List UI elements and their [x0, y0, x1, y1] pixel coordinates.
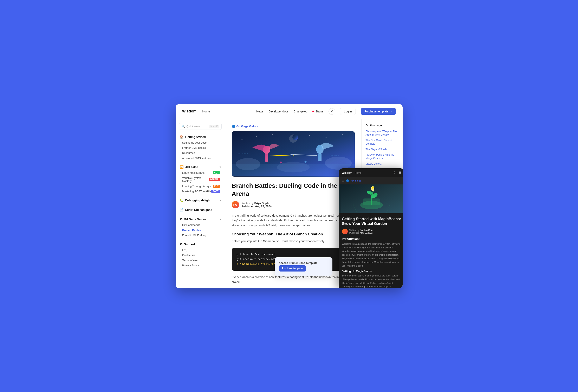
getting-started-items: Setting up your docs Framer CMS basics R…: [179, 140, 222, 161]
sidebar-section-getting-started: 🏠Getting started Setting up your docs Fr…: [179, 134, 222, 161]
chevron-down-icon: ▾: [220, 166, 221, 169]
sidebar-item-contact[interactable]: Contact us: [181, 252, 222, 258]
svg-point-23: [280, 161, 282, 163]
sidebar-item-setting-up-docs[interactable]: Setting up your docs: [181, 140, 222, 145]
api-icon: 🔁: [180, 165, 184, 169]
hero-illustration: git branch git merge: [232, 131, 355, 177]
sidebar-item-terms[interactable]: Terms of use: [181, 258, 222, 263]
mobile-api-label: API Salad: [351, 180, 361, 182]
badge-put: PUT: [213, 185, 220, 188]
mobile-breadcrumb-sep: 🔵: [346, 179, 349, 182]
nav-link-developer-docs[interactable]: Developer docs: [268, 110, 289, 113]
svg-text:git branch: git branch: [238, 152, 248, 154]
sidebar-header-support[interactable]: ⚙Support: [179, 241, 222, 247]
purchase-label: Purchase template: [364, 110, 388, 113]
sidebar-section-git-gags: ⚙Git Gags Galore ▾ Git Commands Branch B…: [179, 216, 222, 238]
login-button[interactable]: Log in: [340, 108, 356, 115]
svg-point-18: [256, 136, 256, 137]
sidebar-header-api-salad[interactable]: 🔁API salad ▾: [179, 164, 222, 170]
svg-text:git merge: git merge: [330, 154, 339, 156]
sidebar-item-learn-magic-beans[interactable]: Learn MagicBeans GET: [181, 170, 222, 175]
svg-point-24: [304, 160, 306, 163]
git-icon: ⚙: [180, 217, 182, 221]
sidebar-item-faq[interactable]: FAQ: [181, 247, 222, 252]
purchase-button[interactable]: Purchase template ↗: [361, 108, 396, 115]
svg-rect-8: [265, 153, 268, 162]
support-items: FAQ Contact us Terms of use Privacy Poli…: [179, 247, 222, 268]
home-link[interactable]: Home: [202, 110, 210, 113]
status-dot: [312, 111, 314, 112]
sidebar-item-looping-arrays[interactable]: Looping Through Arrays PUT: [181, 184, 222, 189]
toc-item-1[interactable]: Choosing Your Weapon: The Art of Branch …: [366, 130, 398, 137]
svg-point-19: [272, 134, 273, 135]
mobile-topbar: Wisdom Home ☾ ☰: [339, 168, 403, 177]
chevron-right-icon: ›: [220, 199, 221, 202]
mobile-nav: ☰ 🔵 API Salad: [339, 177, 403, 185]
status-indicator[interactable]: Status: [312, 110, 324, 113]
sidebar-header-debugging[interactable]: 🐛Debugging delight ›: [179, 197, 222, 203]
sidebar-item-git-commands[interactable]: Git Commands: [181, 222, 222, 228]
mobile-setup-text: Before you can begin, ensure you have th…: [342, 274, 401, 288]
toc-title: On this page: [366, 124, 398, 127]
sidebar-item-privacy[interactable]: Privacy Policy: [181, 263, 222, 268]
mobile-logo: Wisdom: [342, 171, 352, 174]
menu-icon[interactable]: ☰: [399, 171, 401, 175]
api-salad-items: Learn MagicBeans GET Variable Syntax Mas…: [179, 170, 222, 194]
sidebar-header-git-gags[interactable]: ⚙Git Gags Galore ▾: [179, 216, 222, 222]
sidebar-header-getting-started[interactable]: 🏠Getting started: [179, 134, 222, 140]
svg-point-21: [325, 137, 326, 138]
mobile-menu-icon: ☰: [342, 179, 344, 182]
mobile-article-title: Getting Started with MagicBeans: Grow Yo…: [342, 217, 401, 226]
section-1-heading: Choosing Your Weapon: The Art of Branch …: [232, 232, 355, 237]
svg-point-17: [241, 139, 242, 140]
mobile-author-row: Written by Jordan Kim Published May 9, 2…: [342, 229, 401, 234]
mobile-icons: ☾ ☰: [393, 171, 401, 175]
script-icon: 📄: [180, 208, 184, 211]
mobile-author-avatar: [342, 229, 348, 234]
card-overlay-purchase-button[interactable]: Purchase template: [279, 265, 306, 272]
svg-point-20: [309, 135, 310, 136]
article-tag: 🔵 Git Gags Galore: [232, 125, 355, 128]
search-shortcut: ⌘/alt K: [209, 125, 219, 128]
sidebar-section-debugging: 🐛Debugging delight ›: [179, 197, 222, 203]
tag-icon: 🔵: [232, 125, 235, 128]
card-overlay: Access Framer Base Template Purchase tem…: [275, 257, 333, 276]
nav-link-changelog[interactable]: Changelog: [293, 110, 307, 113]
toc-item-2[interactable]: The First Clash: Commit Conflicts: [366, 139, 398, 146]
mobile-preview: Wisdom Home ☾ ☰ ☰ 🔵 API Salad: [339, 168, 403, 288]
article-hero-image: git branch git merge: [232, 131, 355, 177]
moon-icon[interactable]: ☾: [393, 171, 396, 175]
sidebar-item-fun-with-git-forking[interactable]: Fun with Git Forking: [181, 233, 222, 238]
sidebar-item-framer-cms-basics[interactable]: Framer CMS basics: [181, 145, 222, 150]
svg-rect-12: [318, 153, 322, 161]
sidebar-item-advanced-cms[interactable]: Advanced CMS features: [181, 155, 222, 161]
mobile-home-label: Home: [355, 171, 361, 174]
git-gags-items: Git Commands Branch Battles Fun with Git…: [179, 222, 222, 238]
sidebar-item-resources[interactable]: Resources: [181, 150, 222, 155]
badge-delete: DELETE: [209, 178, 220, 181]
sidebar-section-support: ⚙Support FAQ Contact us Terms of use Pri…: [179, 241, 222, 268]
nav-links: News Developer docs Changelog Status ☀ L…: [256, 108, 396, 115]
sidebar-item-branch-battles[interactable]: Branch Battles: [181, 228, 222, 233]
section-1-text: Before you step into the Git arena, you …: [232, 239, 355, 244]
sidebar-header-script[interactable]: 📄Script Shenanigans ›: [179, 207, 222, 213]
top-navigation: Wisdom Home News Developer docs Changelo…: [176, 104, 403, 119]
sun-icon: ☀: [330, 109, 333, 113]
toc-item-3[interactable]: The Siege of Stash: [366, 148, 398, 151]
article-title: Branch Battles: Dueling Code in the Git …: [232, 182, 355, 198]
author-avatar: PG: [232, 201, 239, 208]
mobile-intro-heading: Introduction:: [342, 237, 401, 241]
bug-icon: 🐛: [180, 198, 184, 202]
article-meta: PG Written by Priya Gupta Published Aug …: [232, 201, 355, 208]
sidebar-item-mastering-post[interactable]: Mastering POST in APIs POST: [181, 189, 222, 194]
search-box[interactable]: 🔍 Quick search... ⌘/alt K: [179, 123, 222, 130]
theme-toggle[interactable]: ☀: [329, 108, 335, 115]
toc-item-5[interactable]: Victory Danc...: [366, 162, 398, 166]
chevron-down-icon-2: ▾: [220, 218, 221, 221]
mobile-hero-image: [339, 185, 403, 213]
nav-link-news[interactable]: News: [256, 110, 264, 113]
sidebar-item-variable-syntax[interactable]: Variable Syntax Mastery DELETE: [181, 175, 222, 184]
status-label: Status: [315, 110, 324, 113]
card-overlay-title: Access Framer Base Template: [279, 261, 328, 264]
toc-item-4[interactable]: Parley or Perish: Handling Merge Conflic…: [366, 153, 398, 160]
